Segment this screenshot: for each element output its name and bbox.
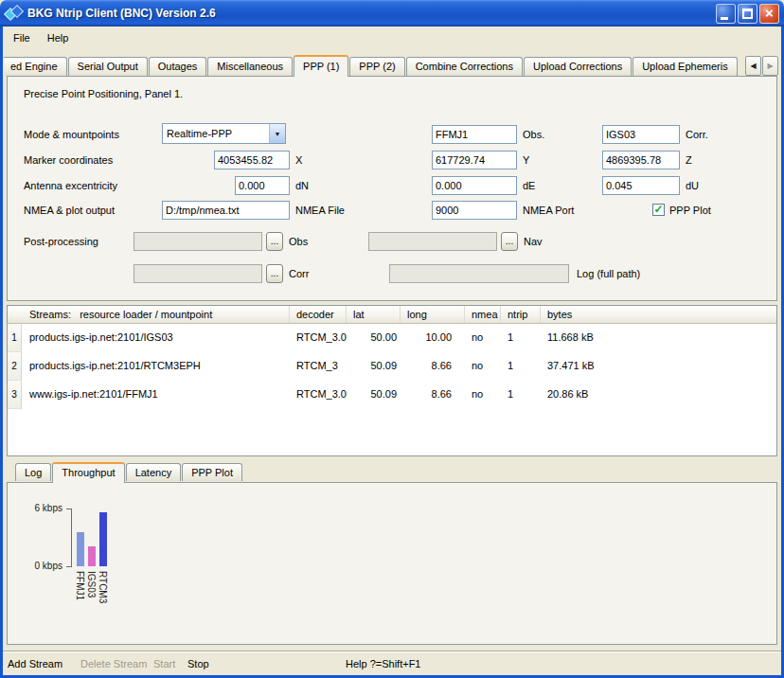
chevron-right-icon: ▶	[767, 62, 773, 70]
chevron-down-icon[interactable]: ▼	[269, 124, 285, 143]
antenna-de-label: dE	[523, 180, 535, 191]
add-stream-button[interactable]: Add Stream	[8, 651, 62, 675]
nmea-file-field[interactable]	[162, 201, 290, 220]
table-corner	[8, 306, 22, 323]
y-axis-max-label: 6 kbps	[19, 503, 62, 513]
cell-mountpoint: products.igs-ip.net:2101/RTCM3EPH	[22, 352, 290, 381]
table-row[interactable]: 2products.igs-ip.net:2101/RTCM3EPHRTCM_3…	[8, 352, 776, 381]
post-corr-label: Corr	[289, 268, 309, 279]
browse-nav-button[interactable]: ...	[501, 232, 518, 251]
antenna-dn-field[interactable]	[235, 176, 290, 195]
tab-miscellaneous[interactable]: Miscellaneous	[207, 57, 293, 76]
column-header-decoder[interactable]: decoder	[290, 306, 347, 323]
maximize-icon	[742, 9, 753, 19]
bottom-tabbar: LogThroughputLatencyPPP Plot	[15, 461, 243, 482]
column-header-nmea[interactable]: nmea	[465, 306, 501, 323]
obs-label: Obs.	[523, 129, 544, 140]
y-axis-line	[71, 508, 72, 567]
y-axis-tick-max	[66, 508, 71, 509]
cell-decoder: RTCM_3.0	[290, 324, 347, 352]
app-icon	[6, 5, 23, 22]
obs-mountpoint-field[interactable]	[432, 125, 517, 144]
delete-stream-button: Delete Stream	[80, 651, 147, 675]
maximize-button[interactable]	[738, 4, 757, 24]
cell-decoder: RTCM_3.0	[290, 381, 347, 409]
column-header-mountpoint[interactable]: Streams: resource loader / mountpoint	[22, 306, 290, 323]
tab-outages[interactable]: Outages	[149, 57, 207, 76]
cell-lat: 50.00	[347, 324, 401, 352]
row-number: 1	[8, 324, 22, 352]
cell-nmea: no	[465, 324, 501, 352]
antenna-de-field[interactable]	[432, 176, 517, 195]
y-axis-min-label: 0 kbps	[19, 561, 62, 571]
browse-corr-button[interactable]: ...	[266, 264, 283, 283]
tab-ppp-1[interactable]: PPP (1)	[294, 55, 348, 77]
corr-label: Corr.	[686, 129, 708, 140]
cell-mountpoint: www.igs-ip.net:2101/FFMJ1	[22, 381, 290, 409]
tab-combine-corrections[interactable]: Combine Corrections	[406, 57, 523, 76]
browse-obs-button[interactable]: ...	[266, 232, 283, 251]
bar-category-label: RTCM3	[98, 571, 108, 603]
table-body: 1products.igs-ip.net:2101/IGS03RTCM_3.05…	[8, 324, 776, 409]
row-number: 3	[8, 381, 22, 409]
column-header-lat[interactable]: lat	[347, 306, 401, 323]
tab-ed-engine[interactable]: ed Engine	[4, 57, 67, 76]
menu-file[interactable]: File	[5, 29, 39, 46]
post-log-label: Log (full path)	[577, 268, 640, 279]
minimize-icon	[721, 17, 728, 20]
nmea-plot-output-label: NMEA & plot output	[24, 205, 115, 216]
tab-scroll-right-button[interactable]: ▶	[762, 56, 778, 76]
help-shortcut-label: Help ?=Shift+F1	[346, 651, 421, 675]
column-header-long[interactable]: long	[401, 306, 465, 323]
mode-mountpoints-label: Mode & mountpoints	[24, 129, 119, 140]
nmea-port-label: NMEA Port	[523, 205, 574, 216]
stop-button[interactable]: Stop	[187, 651, 209, 675]
cell-long: 10.00	[401, 324, 465, 352]
ppp-plot-checkbox[interactable]: ✓	[652, 204, 665, 216]
marker-y-field[interactable]	[432, 151, 517, 170]
tab-upload-ephemeris[interactable]: Upload Ephemeris	[633, 57, 738, 76]
tab-ppp-plot[interactable]: PPP Plot	[182, 463, 242, 481]
window-title: BKG Ntrip Client (BNC) Version 2.6	[27, 7, 714, 20]
table-row[interactable]: 1products.igs-ip.net:2101/IGS03RTCM_3.05…	[8, 324, 776, 352]
row-number: 2	[8, 352, 22, 381]
close-button[interactable]: ×	[759, 4, 779, 24]
tab-upload-corrections[interactable]: Upload Corrections	[524, 57, 632, 76]
minimize-button[interactable]	[716, 4, 736, 24]
tab-log[interactable]: Log	[15, 463, 51, 481]
ppp-mode-combobox[interactable]: Realtime-PPP ▼	[162, 123, 286, 144]
cell-ntrip: 1	[501, 324, 541, 352]
tab-serial-output[interactable]: Serial Output	[68, 57, 148, 76]
column-header-ntrip[interactable]: ntrip	[501, 306, 541, 323]
cell-long: 8.66	[401, 352, 465, 381]
marker-x-field[interactable]	[214, 151, 290, 170]
panel-heading: Precise Point Positioning, Panel 1.	[24, 88, 183, 99]
close-icon: ×	[760, 5, 778, 23]
table-row[interactable]: 3www.igs-ip.net:2101/FFMJ1RTCM_3.050.098…	[8, 381, 776, 409]
menu-help[interactable]: Help	[39, 29, 78, 46]
antenna-excentricity-label: Antenna excentricity	[24, 180, 117, 191]
corr-mountpoint-field[interactable]	[602, 125, 680, 144]
marker-x-label: X	[295, 154, 302, 166]
marker-y-label: Y	[523, 154, 529, 166]
nmea-file-label: NMEA File	[295, 205, 345, 216]
chevron-left-icon: ◀	[750, 62, 756, 70]
tab-scroll-left-button[interactable]: ◀	[745, 56, 761, 76]
cell-bytes: 11.668 kB	[541, 324, 776, 352]
post-obs-label: Obs	[289, 236, 308, 247]
post-nav-field	[368, 232, 497, 251]
y-axis-tick-min	[66, 566, 71, 567]
titlebar: BKG Ntrip Client (BNC) Version 2.6 ×	[0, 0, 784, 27]
antenna-du-field[interactable]	[602, 176, 680, 195]
tab-ppp-2[interactable]: PPP (2)	[349, 57, 404, 76]
tab-throughput[interactable]: Throughput	[52, 462, 124, 483]
cell-long: 8.66	[401, 381, 465, 409]
cell-lat: 50.09	[347, 381, 401, 409]
marker-z-field[interactable]	[602, 151, 680, 170]
tab-scrollers: ◀ ▶	[744, 56, 778, 77]
nmea-port-field[interactable]	[432, 201, 517, 220]
tab-latency[interactable]: Latency	[126, 463, 182, 481]
bar-category-label: FFMJ1	[75, 571, 85, 600]
post-log-field	[389, 264, 569, 283]
column-header-bytes[interactable]: bytes	[541, 306, 776, 323]
